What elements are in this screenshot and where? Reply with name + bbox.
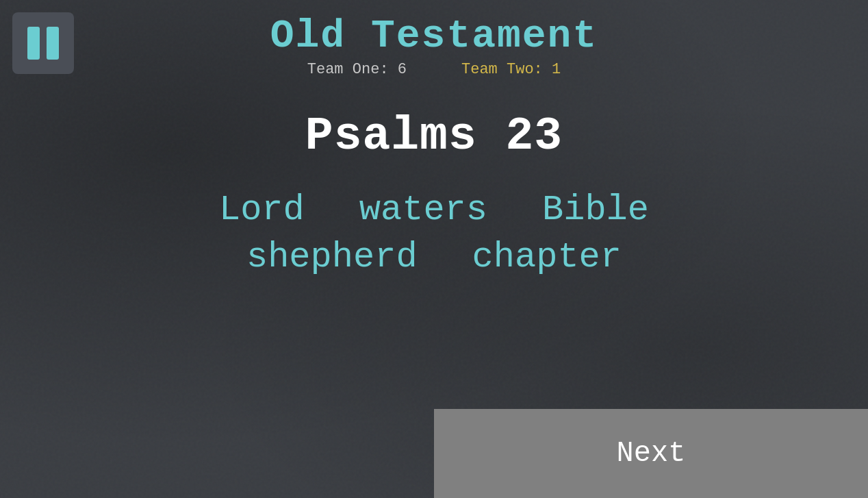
word-chapter[interactable]: chapter: [472, 237, 622, 277]
word-row-1: Lord waters Bible: [219, 190, 649, 230]
header: Old Testament Team One: 6 Team Two: 1: [0, 14, 868, 78]
word-lord[interactable]: Lord: [219, 190, 305, 230]
game-title: Old Testament: [0, 14, 868, 58]
bottom-panel: Next: [434, 409, 868, 498]
word-row-2: shepherd chapter: [246, 237, 622, 277]
word-bible[interactable]: Bible: [542, 190, 649, 230]
scores: Team One: 6 Team Two: 1: [0, 61, 868, 78]
pause-button[interactable]: [12, 12, 74, 74]
word-waters[interactable]: waters: [359, 190, 487, 230]
word-choices: Lord waters Bible shepherd chapter: [219, 190, 649, 277]
team-one-score: Team One: 6: [307, 61, 407, 78]
main-content: Psalms 23 Lord waters Bible shepherd cha…: [0, 110, 868, 277]
team-two-score: Team Two: 1: [461, 61, 561, 78]
pause-icon: [27, 27, 59, 60]
next-button[interactable]: Next: [617, 437, 686, 470]
verse-reference: Psalms 23: [305, 110, 563, 162]
word-shepherd[interactable]: shepherd: [246, 237, 418, 277]
